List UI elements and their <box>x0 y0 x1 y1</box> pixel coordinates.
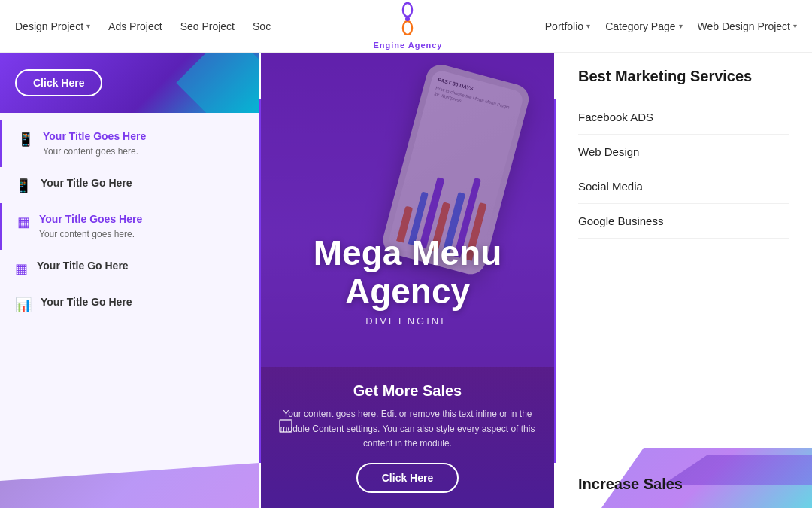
chevron-down-icon: ▾ <box>793 22 797 30</box>
mega-menu-title: Mega Menu Agency <box>261 234 554 310</box>
svg-point-3 <box>405 17 410 21</box>
grid-icon: ▦ <box>17 214 30 230</box>
nav-item-portfolio[interactable]: Portfolio ▾ <box>545 20 590 32</box>
banner-click-here-button[interactable]: Click Here <box>15 69 102 96</box>
left-panel: Click Here 📱 Your Title Goes Here Your c… <box>0 53 259 508</box>
list-item[interactable]: Google Business <box>578 204 789 239</box>
grid-icon: ▦ <box>15 260 28 277</box>
list-item[interactable]: 📊 Your Title Go Here <box>0 286 259 322</box>
nav-item-ads-project[interactable]: Ads Project <box>108 20 162 32</box>
item-desc: Your content goes here. <box>43 145 146 158</box>
nav-item-design-project[interactable]: Design Project ▾ <box>15 20 90 32</box>
main-area: Click Here 📱 Your Title Goes Here Your c… <box>0 53 812 508</box>
card-desc: Your content goes here. Edit or remove t… <box>279 407 536 451</box>
item-title: Your Title Go Here <box>41 176 132 190</box>
center-panel: PAST 30 DAYS How to choose the Mega Menu… <box>261 53 554 508</box>
list-item[interactable]: Web Design <box>578 135 789 169</box>
logo-text: Engine Agency <box>373 41 442 50</box>
card-click-here-button[interactable]: Click Here <box>356 463 459 493</box>
item-title: Your Title Goes Here <box>39 212 142 226</box>
left-bottom-decoration <box>0 463 259 508</box>
list-item[interactable]: ▦ Your Title Go Here <box>0 250 259 286</box>
list-item[interactable]: 📱 Your Title Go Here <box>0 167 259 203</box>
chevron-down-icon: ▾ <box>586 22 590 30</box>
increase-sales-label: Increase Sales <box>578 476 789 493</box>
list-item[interactable]: ▦ Your Title Goes Here Your content goes… <box>0 203 259 250</box>
list-item[interactable]: 📱 Your Title Goes Here Your content goes… <box>0 120 259 167</box>
mega-menu-subtitle: DIVI ENGINE <box>365 315 450 327</box>
nav-left: Design Project ▾ Ads Project Seo Project… <box>15 20 271 32</box>
nav-item-seo-project[interactable]: Seo Project <box>180 20 235 32</box>
nav-item-web-design-project[interactable]: Web Design Project ▾ <box>698 20 797 32</box>
nav-item-category-page[interactable]: Category Page ▾ <box>605 20 682 32</box>
svg-point-1 <box>403 21 412 35</box>
center-bottom-card: Get More Sales Your content goes here. E… <box>261 367 554 508</box>
chart-icon: 📊 <box>15 297 32 313</box>
chevron-down-icon: ▾ <box>679 22 683 30</box>
card-icon <box>279 419 292 433</box>
left-banner: Click Here <box>0 53 259 113</box>
item-title: Your Title Go Here <box>41 295 132 309</box>
item-desc: Your content goes here. <box>39 228 142 241</box>
right-panel-title: Best Marketing Services <box>578 68 789 85</box>
list-item[interactable]: Facebook ADS <box>578 100 789 135</box>
mobile-icon: 📱 <box>17 131 34 148</box>
item-title: Your Title Goes Here <box>43 129 146 143</box>
nav-right: Portfolio ▾ Category Page ▾ Web Design P… <box>545 20 797 32</box>
logo[interactable]: Engine Agency <box>373 2 442 50</box>
right-panel: Best Marketing Services Facebook ADS Web… <box>556 53 812 508</box>
list-item[interactable]: Social Media <box>578 169 789 204</box>
chevron-down-icon: ▾ <box>86 22 90 30</box>
svg-point-0 <box>403 3 412 17</box>
nav-item-soc[interactable]: Soc <box>253 20 271 32</box>
left-menu: 📱 Your Title Goes Here Your content goes… <box>0 113 259 330</box>
item-title: Your Title Go Here <box>37 259 129 272</box>
mobile-icon: 📱 <box>15 178 32 194</box>
navbar: Design Project ▾ Ads Project Seo Project… <box>0 0 812 53</box>
logo-icon <box>394 2 421 41</box>
card-title: Get More Sales <box>279 382 536 400</box>
